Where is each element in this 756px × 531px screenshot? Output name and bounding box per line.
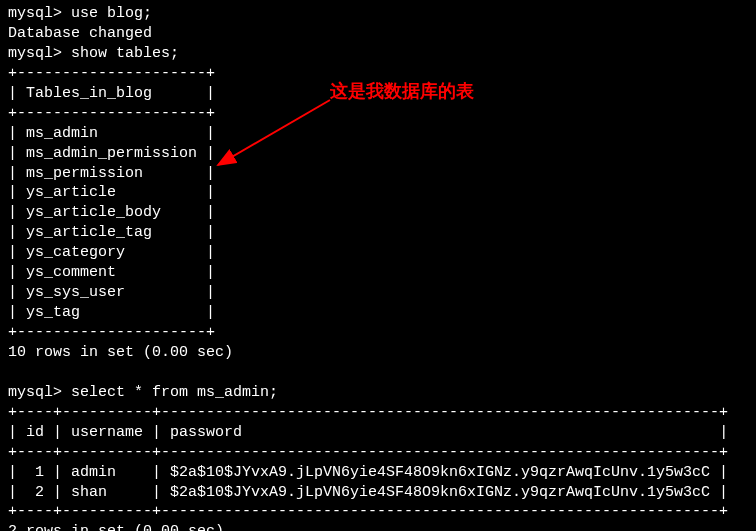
table-row: | ys_article |	[8, 183, 748, 203]
table-row: | ys_article_tag |	[8, 223, 748, 243]
table-row: | ys_tag |	[8, 303, 748, 323]
table-row: | 2 | shan | $2a$10$JYvxA9.jLpVN6yie4SF4…	[8, 483, 748, 503]
table-row: | ys_article_body |	[8, 203, 748, 223]
table-border: +----+----------+-----------------------…	[8, 443, 748, 463]
table-border: +---------------------+	[8, 323, 748, 343]
table-border: +----+----------+-----------------------…	[8, 403, 748, 423]
result-summary: 10 rows in set (0.00 sec)	[8, 343, 748, 363]
table-border: +----+----------+-----------------------…	[8, 502, 748, 522]
table-row: | ms_permission |	[8, 164, 748, 184]
result-summary: 2 rows in set (0.00 sec)	[8, 522, 748, 531]
table-border: +---------------------+	[8, 104, 748, 124]
terminal-line: mysql> show tables;	[8, 44, 748, 64]
table-row: | ys_comment |	[8, 263, 748, 283]
table-row: | ms_admin |	[8, 124, 748, 144]
terminal-output: Database changed	[8, 24, 748, 44]
blank-line	[8, 363, 748, 383]
table-header-row: | id | username | password |	[8, 423, 748, 443]
table-row: | 1 | admin | $2a$10$JYvxA9.jLpVN6yie4SF…	[8, 463, 748, 483]
table-row: | ys_sys_user |	[8, 283, 748, 303]
annotation-text: 这是我数据库的表	[330, 80, 474, 104]
table-row: | ms_admin_permission |	[8, 144, 748, 164]
terminal-line: mysql> use blog;	[8, 4, 748, 24]
table-row: | ys_category |	[8, 243, 748, 263]
terminal-line: mysql> select * from ms_admin;	[8, 383, 748, 403]
